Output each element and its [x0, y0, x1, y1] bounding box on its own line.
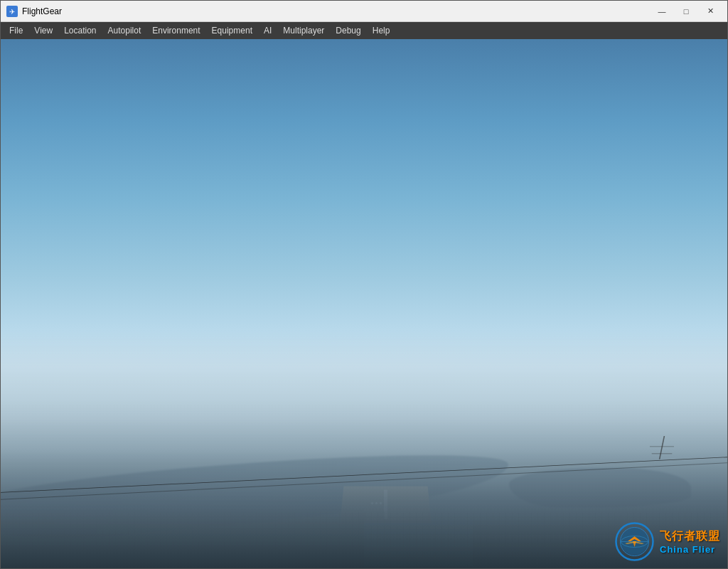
window-controls: — □ ✕: [651, 4, 722, 18]
watermark-text-container: 飞行者联盟 China Flier: [660, 529, 720, 555]
watermark: 飞行者联盟 China Flier: [615, 522, 720, 561]
menu-item-ai[interactable]: AI: [258, 23, 277, 38]
menu-item-file[interactable]: File: [4, 23, 28, 38]
menu-item-environment[interactable]: Environment: [146, 23, 205, 38]
menu-bar: File View Location Autopilot Environment…: [1, 22, 727, 39]
app-window: ✈ FlightGear — □ ✕ File View Location Au…: [0, 0, 728, 569]
menu-item-multiplayer[interactable]: Multiplayer: [277, 23, 330, 38]
title-bar: ✈ FlightGear — □ ✕: [1, 1, 727, 22]
minimize-button[interactable]: —: [651, 4, 673, 18]
app-icon: ✈: [6, 6, 18, 17]
menu-item-equipment[interactable]: Equipment: [206, 23, 258, 38]
flight-viewport[interactable]: 飞行者联盟 China Flier: [1, 39, 727, 568]
menu-item-autopilot[interactable]: Autopilot: [102, 23, 147, 38]
menu-item-location[interactable]: Location: [58, 23, 102, 38]
svg-text:✈: ✈: [9, 8, 15, 16]
menu-item-view[interactable]: View: [28, 23, 58, 38]
close-button[interactable]: ✕: [699, 4, 722, 18]
menu-item-debug[interactable]: Debug: [330, 23, 366, 38]
watermark-chinese-text: 飞行者联盟: [660, 529, 720, 544]
watermark-logo-icon: [615, 522, 654, 561]
window-title: FlightGear: [22, 6, 651, 16]
maximize-button[interactable]: □: [675, 4, 697, 18]
watermark-english-text: China Flier: [660, 544, 715, 555]
menu-item-help[interactable]: Help: [367, 23, 396, 38]
